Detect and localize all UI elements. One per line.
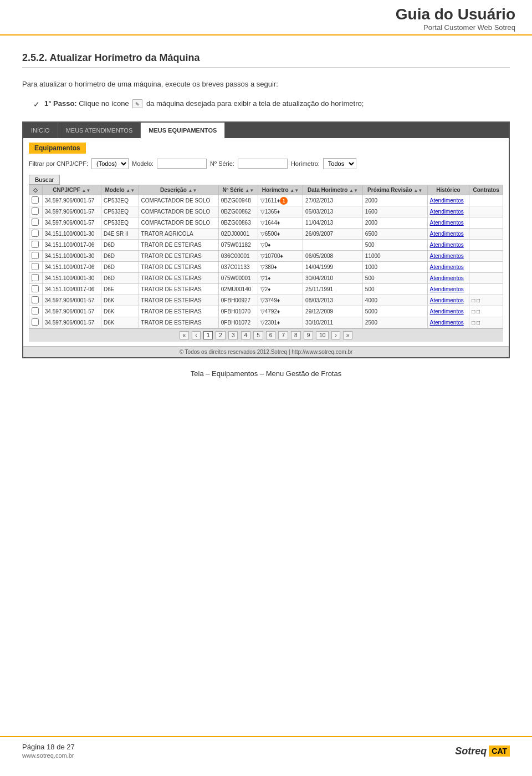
atendimentos-link[interactable]: Atendimentos — [430, 253, 464, 259]
th-select: ◇ — [29, 185, 43, 195]
cell-historico[interactable]: Atendimentos — [427, 217, 469, 229]
row-checkbox[interactable] — [32, 196, 39, 204]
atendimentos-link[interactable]: Atendimentos — [430, 297, 464, 303]
row-checkbox[interactable] — [32, 252, 39, 259]
atendimentos-link[interactable]: Atendimentos — [430, 242, 464, 248]
page-4[interactable]: 4 — [241, 331, 251, 339]
page-2[interactable]: 2 — [216, 331, 226, 339]
serie-input[interactable] — [238, 159, 288, 169]
cell-historico[interactable]: Atendimentos — [427, 195, 469, 206]
page-first[interactable]: « — [180, 331, 190, 339]
table-row: 34.597.906/0001-57D6KTRATOR DE ESTEIRAS0… — [29, 317, 503, 328]
caption: Tela – Equipamentos – Menu Gestão de Fro… — [22, 369, 510, 378]
step-1-label: 1° Passo: — [44, 99, 77, 108]
cell-select — [29, 195, 43, 206]
th-serie: Nº Série ▲▼ — [218, 185, 258, 195]
row-checkbox[interactable] — [32, 241, 39, 248]
page-1[interactable]: 1 — [203, 331, 213, 339]
nav-atendimentos[interactable]: MEUS ATENDIMENTOS — [58, 123, 141, 138]
main-content: 2.5.2. Atualizar Horímetro da Máquina Pa… — [0, 35, 532, 389]
cell-historico[interactable]: Atendimentos — [427, 262, 469, 273]
row-checkbox[interactable] — [32, 318, 39, 326]
cell-historico[interactable]: Atendimentos — [427, 206, 469, 217]
cell-horimetro[interactable]: ▽4792♦ — [258, 306, 303, 317]
atendimentos-link[interactable]: Atendimentos — [430, 231, 464, 237]
buscar-button[interactable]: Buscar — [29, 175, 60, 185]
cell-historico[interactable]: Atendimentos — [427, 229, 469, 240]
cell-horimetro[interactable]: ▽2301♦ — [258, 317, 303, 328]
sotreq-logo-text: Sotreq — [455, 745, 487, 757]
atendimentos-link[interactable]: Atendimentos — [430, 286, 464, 292]
horimetro-select[interactable]: Todos — [323, 158, 356, 169]
cell-serie: 036C00001 — [218, 251, 258, 262]
equipamentos-panel: Equipamentos Filtrar por CNPJ/CPF: (Todo… — [23, 138, 509, 346]
row-checkbox[interactable] — [32, 307, 39, 315]
atendimentos-link[interactable]: Atendimentos — [430, 264, 464, 270]
cell-horimetro[interactable]: ▽1365♦ — [258, 206, 303, 217]
cell-select — [29, 284, 43, 295]
cell-descricao: TRATOR AGRICOLA — [139, 229, 218, 240]
table-row: 34.597.906/0001-57CP533EQCOMPACTADOR DE … — [29, 217, 503, 229]
cell-descricao: COMPACTADOR DE SOLO — [139, 195, 218, 206]
cell-horimetro[interactable]: ▽1644♦ — [258, 217, 303, 229]
cell-proxima: 6500 — [362, 229, 427, 240]
th-modelo: Modelo ▲▼ — [101, 185, 139, 195]
cell-horimetro[interactable]: ▽0♦ — [258, 240, 303, 251]
cell-horimetro[interactable]: ▽3749♦ — [258, 295, 303, 306]
row-checkbox[interactable] — [32, 274, 39, 281]
cell-horimetro[interactable]: ▽380♦ — [258, 262, 303, 273]
th-data: Data Horímetro ▲▼ — [303, 185, 363, 195]
page-prev[interactable]: ‹ — [192, 331, 200, 339]
modelo-input[interactable] — [157, 159, 207, 169]
cell-historico[interactable]: Atendimentos — [427, 306, 469, 317]
cell-horimetro[interactable]: ▽6500♦ — [258, 229, 303, 240]
cell-contratos: □ □ — [469, 306, 503, 317]
cell-select — [29, 273, 43, 284]
page-6[interactable]: 6 — [266, 331, 276, 339]
check-icon: ✓ — [33, 98, 40, 110]
page-5[interactable]: 5 — [253, 331, 263, 339]
row-checkbox[interactable] — [32, 263, 39, 270]
row-checkbox[interactable] — [32, 230, 39, 237]
cell-historico[interactable]: Atendimentos — [427, 284, 469, 295]
row-checkbox[interactable] — [32, 207, 39, 215]
section-number: 2.5.2. — [22, 52, 47, 63]
atendimentos-link[interactable]: Atendimentos — [430, 275, 464, 281]
row-checkbox[interactable] — [32, 296, 39, 303]
page-3[interactable]: 3 — [228, 331, 238, 339]
cell-serie: 02DJ00001 — [218, 229, 258, 240]
cell-historico[interactable]: Atendimentos — [427, 273, 469, 284]
atendimentos-link[interactable]: Atendimentos — [430, 319, 464, 326]
cell-horimetro[interactable]: ▽1♦ — [258, 273, 303, 284]
cell-horimetro[interactable]: ▽10700♦ — [258, 251, 303, 262]
page-7[interactable]: 7 — [278, 331, 288, 339]
atendimentos-link[interactable]: Atendimentos — [430, 220, 464, 226]
page-last[interactable]: » — [343, 331, 353, 339]
cell-contratos — [469, 240, 503, 251]
page-9[interactable]: 9 — [304, 331, 314, 339]
cell-historico[interactable]: Atendimentos — [427, 317, 469, 328]
cell-historico[interactable]: Atendimentos — [427, 240, 469, 251]
atendimentos-link[interactable]: Atendimentos — [430, 197, 464, 204]
nav-inicio[interactable]: INÍCIO — [23, 123, 58, 138]
cnpj-select[interactable]: (Todos) — [91, 158, 129, 169]
buscar-row: Buscar — [29, 173, 503, 185]
row-checkbox[interactable] — [32, 219, 39, 226]
page-next[interactable]: › — [331, 331, 340, 339]
nav-equipamentos[interactable]: MEUS EQUIPAMENTOS — [141, 123, 225, 138]
cell-horimetro[interactable]: ▽1611♦1 — [258, 195, 303, 206]
page-10[interactable]: 10 — [316, 331, 329, 339]
cell-contratos — [469, 262, 503, 273]
atendimentos-link[interactable]: Atendimentos — [430, 308, 464, 315]
page-label: Página 18 de 27 — [22, 743, 75, 751]
cell-cnpj: 34.151.100/0001-30 — [42, 251, 101, 262]
cell-historico[interactable]: Atendimentos — [427, 251, 469, 262]
cell-serie: 0BZG00862 — [218, 206, 258, 217]
page-8[interactable]: 8 — [291, 331, 301, 339]
cell-historico[interactable]: Atendimentos — [427, 295, 469, 306]
cell-cnpj: 34.597.906/0001-57 — [42, 217, 101, 229]
table-row: 34.151.100/0001-30D4E SR IITRATOR AGRICO… — [29, 229, 503, 240]
atendimentos-link[interactable]: Atendimentos — [430, 209, 464, 215]
cell-horimetro[interactable]: ▽2♦ — [258, 284, 303, 295]
row-checkbox[interactable] — [32, 285, 39, 292]
